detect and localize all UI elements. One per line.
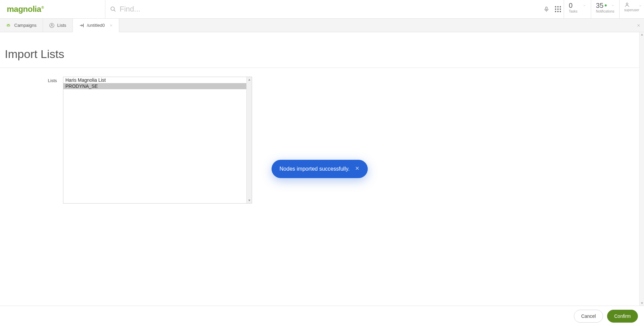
notifications-dropdown[interactable]: 35 Notifications xyxy=(591,0,619,18)
brand-logo: magnolia® xyxy=(7,4,44,14)
scroll-down-icon[interactable] xyxy=(640,301,644,306)
tab-bar: Campaigns Lists /untitled0 xyxy=(0,19,644,32)
apps-grid-icon xyxy=(555,6,561,12)
tab-label: /untitled0 xyxy=(87,23,105,28)
user-name: superuser xyxy=(624,8,639,12)
tab-label: Lists xyxy=(57,23,66,28)
chevron-down-icon xyxy=(639,4,642,7)
close-all-icon[interactable] xyxy=(637,23,641,27)
toast-notification: Nodes imported successfully. xyxy=(271,160,368,178)
svg-marker-17 xyxy=(641,303,643,304)
contact-icon xyxy=(49,23,55,28)
svg-line-1 xyxy=(114,10,116,12)
campaign-icon xyxy=(6,23,12,28)
svg-marker-16 xyxy=(641,34,643,36)
listbox-scrollbar[interactable] xyxy=(246,77,252,203)
svg-marker-13 xyxy=(248,200,250,202)
header-right: 0 Tasks 35 Notifications superuser xyxy=(541,0,644,18)
list-item[interactable]: PRODYNA_SE xyxy=(63,83,246,89)
svg-point-0 xyxy=(111,7,115,11)
tasks-label: Tasks xyxy=(569,9,586,13)
user-menu[interactable]: superuser xyxy=(619,0,644,18)
tab-lists[interactable]: Lists xyxy=(43,19,73,32)
scroll-up-icon[interactable] xyxy=(247,77,252,82)
import-icon xyxy=(79,23,84,28)
app-launcher-button[interactable] xyxy=(552,0,564,18)
confirm-button[interactable]: Confirm xyxy=(607,310,638,323)
toast-close-button[interactable] xyxy=(355,166,360,172)
lists-field: Haris Magnolia List PRODYNA_SE xyxy=(63,77,252,204)
svg-point-4 xyxy=(626,3,628,5)
chevron-down-icon xyxy=(611,4,615,7)
svg-rect-5 xyxy=(7,24,10,26)
app-header: magnolia® 0 Tasks 35 xyxy=(0,0,644,19)
list-item[interactable]: Haris Magnolia List xyxy=(63,77,246,83)
notifications-label: Notifications xyxy=(596,9,614,13)
scroll-down-icon[interactable] xyxy=(247,198,252,203)
svg-point-6 xyxy=(51,24,53,25)
scroll-up-icon[interactable] xyxy=(640,32,644,37)
registered-mark: ® xyxy=(41,6,44,9)
svg-rect-2 xyxy=(546,7,547,9)
list-items-container: Haris Magnolia List PRODYNA_SE xyxy=(63,77,246,203)
close-icon[interactable] xyxy=(109,24,113,27)
mic-button[interactable] xyxy=(541,0,552,18)
page-title: Import Lists xyxy=(0,32,639,68)
tasks-dropdown[interactable]: 0 Tasks xyxy=(564,0,591,18)
tab-untitled0[interactable]: /untitled0 xyxy=(73,19,120,32)
logo-area: magnolia® xyxy=(0,0,105,18)
status-indicator-icon xyxy=(605,4,607,6)
form-area: Lists Haris Magnolia List PRODYNA_SE xyxy=(0,68,639,204)
search-input[interactable] xyxy=(120,5,541,14)
main-area: Import Lists Lists Haris Magnolia List P… xyxy=(0,32,644,306)
main-scroll: Import Lists Lists Haris Magnolia List P… xyxy=(0,32,639,306)
close-icon xyxy=(355,166,360,171)
user-icon xyxy=(624,2,630,7)
lists-select[interactable]: Haris Magnolia List PRODYNA_SE xyxy=(63,77,252,204)
search-area xyxy=(105,0,541,18)
svg-marker-12 xyxy=(248,79,250,81)
tab-label: Campaigns xyxy=(14,23,37,28)
page-scrollbar[interactable] xyxy=(639,32,644,306)
cancel-button[interactable]: Cancel xyxy=(574,310,603,323)
search-icon xyxy=(110,6,116,12)
tasks-count: 0 xyxy=(569,2,573,9)
mic-icon xyxy=(543,6,549,12)
notifications-count: 35 xyxy=(596,2,603,9)
brand-text: magnolia xyxy=(7,4,41,14)
chevron-down-icon xyxy=(583,4,586,7)
toast-message: Nodes imported successfully. xyxy=(279,166,350,172)
tab-campaigns[interactable]: Campaigns xyxy=(0,19,43,32)
lists-label: Lists xyxy=(0,77,63,204)
footer-actions: Cancel Confirm xyxy=(0,306,644,326)
